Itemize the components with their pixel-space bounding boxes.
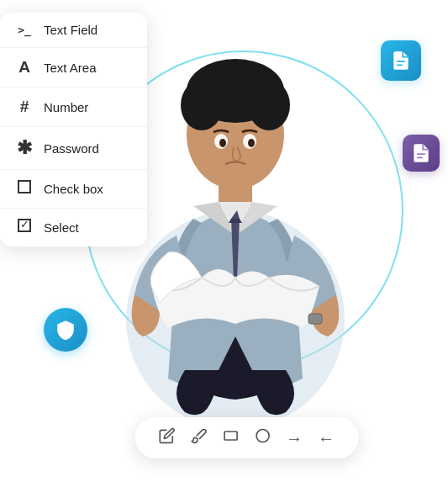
arrow-left-tool-icon[interactable]: ← — [318, 430, 335, 447]
document-blue-icon — [390, 50, 412, 72]
pencil-tool-icon[interactable] — [158, 427, 175, 448]
menu-item-text-area[interactable]: A Text Area — [0, 48, 147, 87]
rectangle-tool-icon[interactable] — [222, 427, 239, 448]
svg-rect-10 — [308, 314, 322, 324]
password-icon: ✱ — [15, 137, 34, 159]
svg-point-9 — [248, 139, 255, 147]
select-icon — [15, 219, 34, 236]
text-field-icon: >_ — [15, 24, 34, 36]
menu-item-text-field-label: Text Field — [44, 23, 98, 37]
number-icon: # — [15, 98, 34, 116]
svg-point-4 — [248, 80, 290, 130]
checkbox-icon — [15, 180, 34, 198]
menu-item-number-label: Number — [44, 100, 88, 114]
menu-item-select-label: Select — [44, 220, 79, 235]
circle-tool-icon[interactable] — [254, 427, 271, 448]
svg-rect-17 — [224, 432, 237, 440]
brush-tool-icon[interactable] — [190, 427, 207, 448]
menu-item-text-field[interactable]: >_ Text Field — [0, 13, 147, 48]
shield-plus-icon — [55, 319, 76, 341]
menu-item-text-area-label: Text Area — [44, 61, 97, 75]
menu-item-password[interactable]: ✱ Password — [0, 127, 147, 170]
doc-badge-purple — [403, 135, 440, 172]
svg-point-18 — [256, 430, 269, 442]
shield-badge — [44, 308, 87, 352]
menu-item-checkbox-label: Check box — [44, 182, 103, 196]
menu-panel: >_ Text Field A Text Area # Number ✱ Pas… — [0, 13, 147, 246]
text-area-icon: A — [15, 58, 34, 77]
menu-item-checkbox[interactable]: Check box — [0, 170, 147, 209]
scene: >_ Text Field A Text Area # Number ✱ Pas… — [0, 0, 448, 482]
menu-item-password-label: Password — [44, 141, 99, 156]
doc-badge-blue — [381, 40, 421, 81]
document-purple-icon — [410, 142, 432, 164]
svg-rect-5 — [219, 177, 252, 206]
arrow-right-tool-icon[interactable]: → — [286, 430, 303, 447]
toolbar: → ← — [134, 417, 358, 458]
svg-point-3 — [181, 80, 223, 130]
menu-item-select[interactable]: Select — [0, 209, 147, 246]
svg-point-8 — [219, 139, 226, 147]
menu-item-number[interactable]: # Number — [0, 87, 147, 127]
